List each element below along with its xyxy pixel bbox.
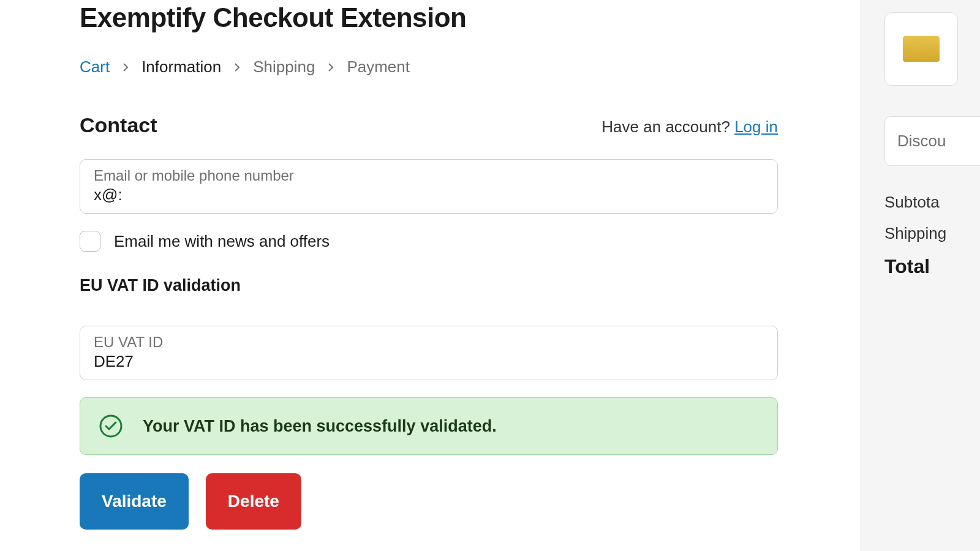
product-thumbnail[interactable] — [884, 12, 958, 86]
contact-heading: Contact — [80, 113, 157, 137]
breadcrumb: Cart Information Shipping Payment — [80, 58, 861, 77]
login-prompt-text: Have an account? — [601, 118, 734, 136]
email-field-wrapper[interactable]: Email or mobile phone number — [80, 159, 778, 214]
login-prompt: Have an account? Log in — [601, 118, 778, 137]
check-circle-icon — [99, 414, 123, 438]
breadcrumb-shipping[interactable]: Shipping — [253, 58, 315, 77]
vat-input[interactable] — [94, 352, 764, 371]
chevron-right-icon — [121, 62, 130, 72]
vat-label: EU VAT ID — [94, 334, 764, 351]
total-label: Total — [884, 255, 980, 278]
email-label: Email or mobile phone number — [94, 167, 764, 184]
product-image-icon — [903, 36, 940, 62]
subtotal-label: Subtota — [884, 193, 980, 212]
vat-heading: EU VAT ID validation — [80, 276, 861, 295]
chevron-right-icon — [326, 62, 336, 72]
breadcrumb-cart[interactable]: Cart — [80, 58, 110, 77]
validate-button[interactable]: Validate — [80, 473, 189, 530]
email-input[interactable] — [94, 186, 764, 204]
vat-success-text: Your VAT ID has been successfully valida… — [143, 417, 497, 436]
newsletter-checkbox[interactable] — [80, 231, 100, 252]
breadcrumb-payment[interactable]: Payment — [347, 58, 410, 77]
breadcrumb-information: Information — [141, 58, 221, 77]
page-title: Exemptify Checkout Extension — [80, 2, 861, 33]
order-summary-sidebar: Discou Subtota Shipping Total — [861, 0, 980, 551]
shipping-label: Shipping — [884, 224, 980, 243]
vat-success-alert: Your VAT ID has been successfully valida… — [80, 397, 778, 455]
newsletter-label: Email me with news and offers — [114, 232, 330, 251]
login-link[interactable]: Log in — [734, 118, 778, 136]
vat-field-wrapper[interactable]: EU VAT ID — [80, 326, 778, 380]
chevron-right-icon — [232, 62, 242, 72]
discount-input[interactable]: Discou — [884, 116, 980, 166]
delete-button[interactable]: Delete — [206, 473, 301, 530]
